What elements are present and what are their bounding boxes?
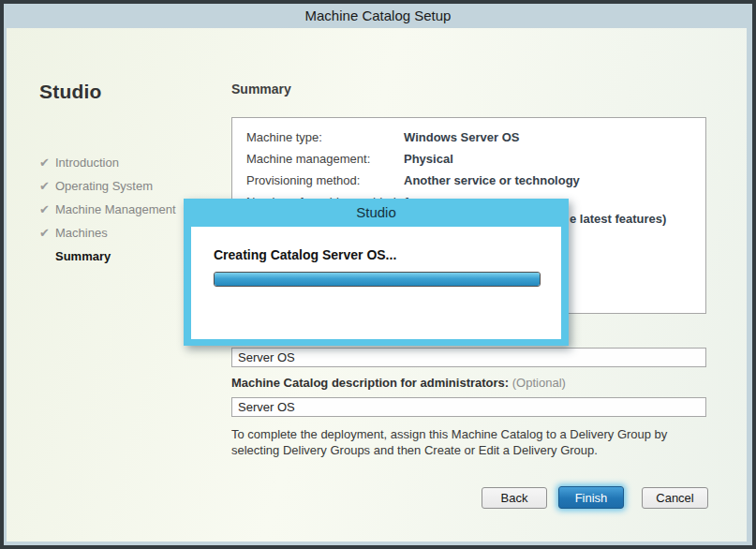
dialog-body: Creating Catalog Server OS... bbox=[191, 227, 561, 339]
summary-row-provisioning-method: Provisioning method:Another service or t… bbox=[246, 173, 580, 187]
progress-bar-fill bbox=[215, 273, 540, 286]
row-value: Physical bbox=[404, 152, 453, 166]
sidebar-item-machine-management[interactable]: ✔Machine Management bbox=[39, 202, 176, 217]
row-label: Machine type: bbox=[246, 130, 404, 144]
deployment-note: To complete the deployment, assign this … bbox=[231, 426, 715, 458]
summary-row-machine-type: Machine type:Windows Server OS bbox=[246, 130, 519, 144]
window-title: Machine Catalog Setup bbox=[305, 7, 452, 23]
back-button[interactable]: Back bbox=[482, 487, 547, 509]
catalog-name-input[interactable] bbox=[231, 348, 706, 367]
progress-bar bbox=[214, 272, 541, 287]
cancel-button[interactable]: Cancel bbox=[642, 487, 708, 509]
catalog-description-input[interactable] bbox=[231, 397, 706, 417]
check-icon: ✔ bbox=[39, 202, 55, 216]
sidebar-item-label: Machine Management bbox=[55, 202, 176, 216]
check-icon: ✔ bbox=[39, 156, 55, 170]
sidebar-item-operating-system[interactable]: ✔Operating System bbox=[39, 179, 153, 194]
row-label: Provisioning method: bbox=[246, 173, 404, 187]
sidebar-item-introduction[interactable]: ✔Introduction bbox=[39, 156, 119, 171]
description-label-text: Machine Catalog description for administ… bbox=[231, 376, 509, 390]
finish-button[interactable]: Finish bbox=[558, 486, 624, 509]
description-label: Machine Catalog description for administ… bbox=[231, 376, 566, 390]
optional-hint: (Optional) bbox=[512, 376, 566, 390]
progress-dialog: Studio Creating Catalog Server OS... bbox=[184, 199, 569, 346]
dialog-message: Creating Catalog Server OS... bbox=[214, 247, 396, 262]
check-icon: ✔ bbox=[39, 179, 55, 193]
row-value: Another service or technology bbox=[404, 173, 580, 187]
row-value: Windows Server OS bbox=[404, 130, 519, 144]
check-icon: ✔ bbox=[39, 226, 55, 240]
summary-row-machine-management: Machine management:Physical bbox=[246, 152, 453, 166]
dialog-title: Studio bbox=[184, 199, 569, 227]
sidebar-item-label: Machines bbox=[55, 226, 108, 240]
studio-logo-text: Studio bbox=[39, 81, 102, 103]
page-title: Summary bbox=[231, 82, 291, 96]
partially-hidden-row-value: e latest features) bbox=[570, 212, 666, 226]
sidebar-item-summary[interactable]: ✔Summary bbox=[39, 249, 111, 264]
window-titlebar: Machine Catalog Setup bbox=[4, 4, 752, 28]
sidebar-item-label: Summary bbox=[55, 249, 111, 263]
row-label: Machine management: bbox=[246, 152, 404, 166]
sidebar-item-label: Operating System bbox=[55, 179, 153, 193]
sidebar-item-label: Introduction bbox=[55, 156, 119, 170]
sidebar-item-machines[interactable]: ✔Machines bbox=[39, 226, 108, 241]
